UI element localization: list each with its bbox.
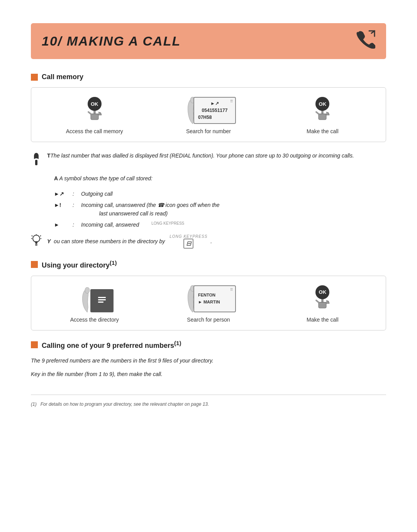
tip-block: You can store these numbers in the direc… (31, 234, 386, 249)
svg-rect-15 (98, 299, 106, 300)
step1-dir-label: Access the directory (70, 316, 119, 324)
step1-access-call-memory: OK Access the call memory (56, 97, 133, 136)
preferred-text2: Key in the file number (from 1 to 9), th… (31, 369, 386, 379)
phone-screen: ⠿ ►↗ 0541551177 07H58 (193, 97, 236, 124)
ok-button-hand-3: OK (305, 285, 340, 312)
book-hand (76, 287, 114, 312)
footnote-text: For details on how to program your direc… (41, 402, 209, 407)
step3-dir-label: Make the call (307, 316, 338, 324)
svg-rect-0 (91, 114, 98, 120)
directory-title: Using your directory(1) (42, 259, 117, 269)
step2-search-number: ⠿ ►↗ 0541551177 07H58 Search for number (170, 97, 247, 136)
call-memory-illustration: OK Access the call memory ⠿ (31, 87, 386, 142)
symbol-list: A A symbol shows the type of call stored… (54, 174, 386, 229)
directory-screen: ⠿ FENTON ► MARTIN (193, 285, 236, 312)
call-memory-title: Call memory (42, 73, 83, 81)
phone-display-wrap-2: ⠿ FENTON ► MARTIN (181, 285, 236, 312)
page-title: 10/ MAKING A CALL (42, 34, 181, 49)
symbol-outgoing: ►↗ : Outgoing call (54, 190, 386, 198)
ok-button-hand: OK (77, 97, 112, 124)
symbol-incoming-answered: ► : Incoming call, answered LONG KEYPRES… (54, 220, 386, 229)
step2-label: Search for number (186, 128, 231, 136)
phone-display-wrap: ⠿ ►↗ 0541551177 07H58 (181, 97, 236, 124)
page-header: 10/ MAKING A CALL (31, 23, 386, 59)
step2-dir-label: Search for person (187, 316, 230, 324)
svg-rect-3 (35, 160, 37, 165)
footnote: (1) For details on how to program your d… (31, 395, 386, 408)
svg-point-12 (85, 287, 90, 293)
ok-label-2: OK (315, 97, 329, 111)
preferred-title: Calling one of your 9 preferred numbers(… (42, 340, 181, 350)
phone-icon (355, 30, 375, 52)
long-keypress-label: LONG KEYPRESS (151, 220, 184, 227)
warning-icon (31, 152, 42, 169)
keypress-icon: ⊟ (183, 239, 193, 249)
step3-make-call: OK Make the call (284, 97, 361, 136)
symbol-intro: A A symbol shows the type of call stored… (54, 174, 386, 183)
preferred-text1: The 9 preferred numbers are the numbers … (31, 356, 386, 366)
section-indicator-2 (31, 261, 38, 268)
tip-text: You can store these numbers in the direc… (47, 234, 212, 249)
preferred-section-header: Calling one of your 9 preferred numbers(… (31, 340, 386, 350)
symbol-incoming-missed: ►! : Incoming call, unanswered (the ☎ ic… (54, 201, 386, 218)
svg-rect-14 (98, 297, 106, 298)
svg-line-8 (32, 236, 32, 236)
ok-label: OK (88, 97, 102, 111)
lightbulb-icon (31, 234, 42, 249)
step3-label: Make the call (307, 128, 338, 136)
step2-search-person: ⠿ FENTON ► MARTIN Search for person (170, 285, 247, 324)
preferred-section: Calling one of your 9 preferred numbers(… (31, 340, 386, 379)
svg-rect-6 (35, 245, 37, 246)
ok-label-3: OK (315, 285, 329, 299)
section-indicator-3 (31, 341, 38, 348)
svg-rect-18 (319, 302, 326, 308)
book-icon (90, 289, 114, 312)
svg-rect-5 (35, 244, 37, 244)
step3-dir-make-call: OK Make the call (284, 285, 361, 324)
ok-button-hand-2: OK (305, 97, 340, 124)
svg-point-4 (33, 235, 40, 242)
name1-row: FENTON (198, 292, 215, 299)
step1-label: Access the call memory (66, 128, 123, 136)
svg-rect-16 (98, 302, 103, 303)
name2-row: ► MARTIN (198, 299, 220, 306)
info-text: TThe last number that was dialled is dis… (47, 151, 354, 161)
svg-line-9 (40, 236, 41, 236)
call-memory-section-header: Call memory (31, 73, 386, 81)
svg-rect-2 (319, 114, 326, 120)
footnote-number: (1) (31, 402, 37, 407)
info-note-block: TThe last number that was dialled is dis… (31, 151, 386, 169)
directory-section-header: Using your directory(1) (31, 259, 386, 269)
section-indicator (31, 74, 38, 81)
step1-access-directory: Access the directory (56, 287, 133, 324)
directory-illustration: Access the directory ⠿ FENTON ► MARTIN S… (31, 276, 386, 330)
